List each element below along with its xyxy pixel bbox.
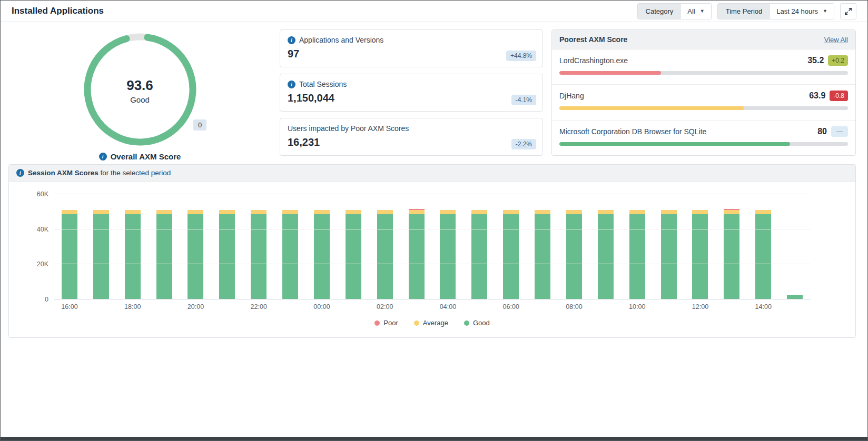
fullscreen-button[interactable] xyxy=(840,3,856,19)
bar-segment-good xyxy=(125,214,141,299)
session-bar-05:00[interactable] xyxy=(471,210,487,299)
session-bar-10:00[interactable] xyxy=(629,210,645,299)
session-bar-04:00[interactable] xyxy=(440,210,456,299)
bar-segment-good xyxy=(409,214,425,299)
x-axis-tick-label xyxy=(338,303,369,310)
bar-segment-good xyxy=(219,214,235,299)
bar-segment-average xyxy=(661,210,677,215)
session-bar-16:00[interactable] xyxy=(62,210,77,299)
bar-segment-average xyxy=(62,210,77,215)
session-bar-22:00[interactable] xyxy=(251,210,267,299)
application-score: 63.9 xyxy=(809,91,825,101)
bar-slot xyxy=(180,194,212,299)
session-bar-01:00[interactable] xyxy=(346,210,361,299)
y-axis-tick-label: 20K xyxy=(28,260,48,268)
legend-item-good[interactable]: Good xyxy=(464,319,490,327)
x-axis-tick-label: 02:00 xyxy=(369,303,401,310)
session-bar-08:00[interactable] xyxy=(566,210,582,299)
bar-slot xyxy=(338,194,369,299)
score-progress-bar xyxy=(559,142,848,146)
legend-label: Average xyxy=(423,319,448,327)
session-bar-17:00[interactable] xyxy=(93,210,109,299)
session-bar-12:00[interactable] xyxy=(692,210,708,299)
bar-segment-good xyxy=(377,214,393,299)
list-item[interactable]: DjHang 63.9 -0.8 xyxy=(552,85,855,120)
x-axis-tick-label xyxy=(463,303,495,310)
session-bar-09:00[interactable] xyxy=(598,210,614,299)
session-bar-00:00[interactable] xyxy=(314,210,330,299)
session-bar-06:00[interactable] xyxy=(503,210,519,299)
list-item[interactable]: LordCrashington.exe 35.2 +0.2 xyxy=(552,49,855,85)
bar-segment-good xyxy=(535,214,550,299)
bar-slot xyxy=(117,194,149,299)
stat-card-total-sessions: i Total Sessions 1,150,044 -4.1% xyxy=(280,74,543,112)
x-axis-tick-label: 04:00 xyxy=(432,303,464,310)
info-icon[interactable]: i xyxy=(288,36,295,44)
session-bar-11:00[interactable] xyxy=(661,210,677,299)
stat-card-value: 97 xyxy=(288,48,535,60)
bar-slot xyxy=(747,194,779,299)
bar-segment-average xyxy=(219,210,235,215)
info-icon[interactable]: i xyxy=(288,81,295,88)
x-axis-tick-label: 22:00 xyxy=(243,303,274,310)
x-axis-tick-label: 18:00 xyxy=(117,303,149,310)
session-bar-20:00[interactable] xyxy=(188,210,203,299)
bar-segment-average xyxy=(755,210,771,215)
x-axis-tick-label xyxy=(716,303,747,310)
info-icon[interactable]: i xyxy=(99,153,107,161)
y-axis-tick-label: 60K xyxy=(28,191,48,198)
category-select[interactable]: All ▼ xyxy=(681,4,711,19)
session-bar-14:00[interactable] xyxy=(755,210,771,299)
x-axis-tick-label: 10:00 xyxy=(622,303,653,310)
bar-segment-average xyxy=(409,210,425,215)
stat-card-value: 1,150,044 xyxy=(288,92,535,104)
x-axis-tick-label: 00:00 xyxy=(306,303,338,310)
score-progress-fill xyxy=(559,106,744,110)
x-axis-tick-label xyxy=(653,303,685,310)
stat-card-label: Users impacted by Poor AXM Scores xyxy=(288,124,409,133)
bar-slot xyxy=(716,194,747,299)
time-period-select-value: Last 24 hours xyxy=(776,7,818,15)
bar-segment-good xyxy=(598,214,614,299)
session-bar-03:00[interactable] xyxy=(409,209,425,299)
x-axis-tick-label xyxy=(590,303,622,310)
time-period-select[interactable]: Last 24 hours ▼ xyxy=(770,4,834,19)
session-bar-19:00[interactable] xyxy=(156,210,172,299)
session-bar-07:00[interactable] xyxy=(535,210,550,299)
bar-slot xyxy=(432,194,464,299)
session-axm-panel: i Session AXM Scores for the selected pe… xyxy=(8,164,856,338)
bar-segment-average xyxy=(156,210,172,215)
x-axis-tick-label: 12:00 xyxy=(685,303,716,310)
gridline xyxy=(54,299,811,299)
session-bar-13:00[interactable] xyxy=(724,209,739,299)
bar-slot xyxy=(306,194,338,299)
bar-slot xyxy=(653,194,685,299)
time-period-filter: Time Period Last 24 hours ▼ xyxy=(717,3,834,19)
bar-segment-good xyxy=(692,214,708,299)
bar-segment-good xyxy=(282,214,298,299)
list-item[interactable]: Microsoft Corporation DB Browser for SQL… xyxy=(552,121,855,155)
bar-segment-average xyxy=(471,210,487,215)
bar-segment-average xyxy=(314,210,330,215)
chart-bars xyxy=(54,194,811,299)
legend-item-average[interactable]: Average xyxy=(414,319,448,327)
bar-slot xyxy=(527,194,558,299)
legend-item-poor[interactable]: Poor xyxy=(374,319,398,327)
session-bar-21:00[interactable] xyxy=(219,210,235,299)
bar-slot xyxy=(211,194,243,299)
session-bar-23:00[interactable] xyxy=(282,210,298,299)
stat-card-applications: i Applications and Versions 97 +44.8% xyxy=(280,29,543,67)
bar-segment-average xyxy=(724,210,739,215)
session-bar-18:00[interactable] xyxy=(125,210,141,299)
stat-card-delta-badge: -2.2% xyxy=(511,139,536,149)
bar-segment-good xyxy=(471,214,487,299)
bar-slot xyxy=(685,194,716,299)
session-axm-header: i Session AXM Scores for the selected pe… xyxy=(9,165,855,182)
session-bar-02:00[interactable] xyxy=(377,210,393,299)
x-axis-tick-label xyxy=(149,303,180,310)
bar-segment-average xyxy=(566,210,582,215)
bar-segment-good xyxy=(62,214,77,299)
info-icon[interactable]: i xyxy=(16,169,24,177)
view-all-link[interactable]: View All xyxy=(824,36,848,44)
bar-segment-good xyxy=(156,214,172,299)
